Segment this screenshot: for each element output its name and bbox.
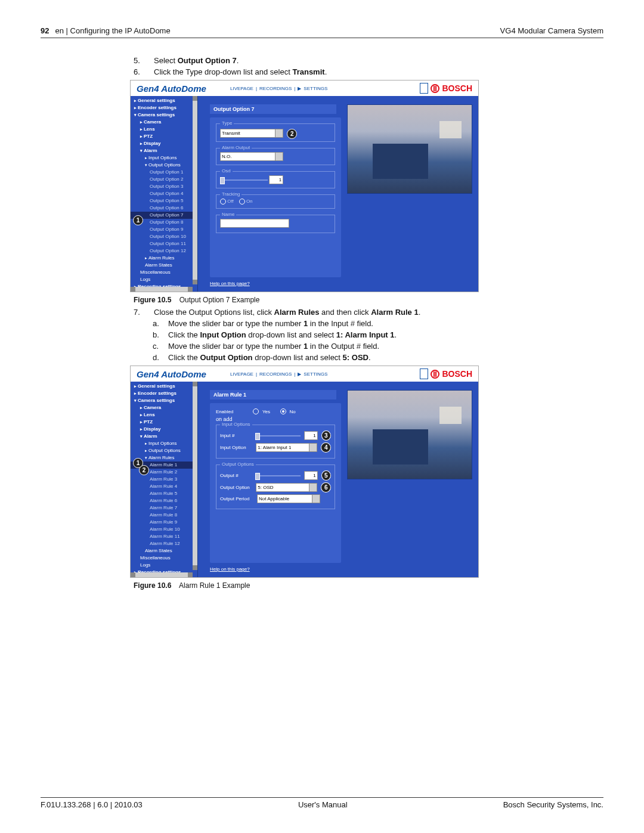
sidebar-alarm-rules[interactable]: Alarm Rules (131, 255, 197, 262)
tab-settings[interactable]: SETTINGS (304, 86, 327, 91)
sidebar2-input-options[interactable]: Input Options (131, 440, 197, 447)
tab-recordings[interactable]: RECORDINGS (259, 86, 292, 91)
sidebar2-output-options[interactable]: Output Options (131, 447, 197, 454)
callout-5: 5 (321, 470, 331, 481)
step-7: 7. Close the Output Options list, click … (154, 308, 603, 317)
sidebar-misc[interactable]: Miscellaneous (131, 269, 197, 276)
input-num-field[interactable]: 1 (304, 431, 318, 440)
sidebar-output-10[interactable]: Output Option 10 (131, 233, 197, 240)
sidebar2-rule-4[interactable]: Alarm Rule 4 (131, 483, 197, 490)
sidebar-output-9[interactable]: Output Option 9 (131, 226, 197, 233)
tracking-legend: Tracking (220, 191, 242, 197)
input-option-select[interactable]: 1: Alarm Input 1 (256, 443, 317, 452)
sidebar2-misc[interactable]: Miscellaneous (131, 555, 197, 562)
sidebar-output-4[interactable]: Output Option 4 (131, 190, 197, 197)
sidebar2-rule-12[interactable]: Alarm Rule 12 (131, 540, 197, 547)
sidebar-output-11[interactable]: Output Option 11 (131, 240, 197, 247)
sidebar-lens[interactable]: Lens (131, 126, 197, 133)
sidebar-display[interactable]: Display (131, 140, 197, 147)
sidebar2-rule-10[interactable]: Alarm Rule 10 (131, 526, 197, 533)
sidebar[interactable]: General settings Encoder settings Camera… (131, 96, 198, 292)
vertical-scrollbar-2[interactable] (193, 382, 197, 570)
sidebar-input-options[interactable]: Input Options (131, 154, 197, 162)
sidebar-output-2[interactable]: Output Option 2 (131, 176, 197, 183)
horizontal-scrollbar[interactable] (131, 287, 193, 292)
gui-screenshot-1: Gen4 AutoDome LIVEPAGE| RECORDINGS| ▶ SE… (130, 80, 479, 292)
help-link[interactable]: Help on this page? (210, 281, 250, 286)
tracking-on-radio[interactable] (239, 199, 245, 205)
footer-center: User's Manual (298, 800, 348, 809)
type-select[interactable]: Transmit (220, 129, 283, 138)
output-period-select[interactable]: Not Applicable (257, 494, 320, 503)
gui-title: Gen4 AutoDome (137, 83, 206, 94)
sidebar-output-1[interactable]: Output Option 1 (131, 169, 197, 176)
step-7a: a. Move the slider bar or type the numbe… (168, 319, 603, 328)
sidebar2-general[interactable]: General settings (131, 383, 197, 390)
panel-title: Output Option 7 (210, 104, 336, 114)
sidebar-encoder[interactable]: Encoder settings (131, 104, 197, 112)
sidebar2-rule-9[interactable]: Alarm Rule 9 (131, 519, 197, 526)
sidebar2-alarm-states[interactable]: Alarm States (131, 547, 197, 555)
osd-input[interactable]: 1 (269, 175, 283, 184)
sidebar-output-options[interactable]: Output Options (131, 162, 197, 169)
tab-livepage[interactable]: LIVEPAGE (230, 86, 253, 91)
sidebar-output-6[interactable]: Output Option 6 (131, 205, 197, 212)
sidebar-output-3[interactable]: Output Option 3 (131, 183, 197, 190)
alarm-output-select[interactable]: N.O. (220, 152, 283, 161)
tracking-on-label: On (246, 199, 253, 204)
sidebar2-rule-3[interactable]: Alarm Rule 3 (131, 476, 197, 483)
sidebar-alarm[interactable]: Alarm (131, 147, 197, 154)
alarm-output-legend: Alarm Output (220, 145, 252, 150)
enabled-no-radio[interactable] (280, 408, 286, 414)
footer-right: Bosch Security Systems, Inc. (503, 800, 603, 809)
tab-settings-2[interactable]: SETTINGS (304, 371, 327, 377)
sidebar2-encoder[interactable]: Encoder settings (131, 390, 197, 397)
sidebar2-rule-7[interactable]: Alarm Rule 7 (131, 504, 197, 512)
enabled-yes-radio[interactable] (253, 408, 259, 414)
sidebar2-rule-6[interactable]: Alarm Rule 6 (131, 497, 197, 504)
sidebar-ptz[interactable]: PTZ (131, 133, 197, 140)
name-input[interactable] (220, 219, 289, 228)
tracking-off-radio[interactable] (220, 199, 226, 205)
sidebar2-display[interactable]: Display (131, 426, 197, 433)
sidebar2-logs[interactable]: Logs (131, 562, 197, 569)
sidebar-output-12[interactable]: Output Option 12 (131, 247, 197, 255)
step-5: 5. Select Output Option 7. (154, 56, 603, 65)
sidebar2-rule-5[interactable]: Alarm Rule 5 (131, 490, 197, 497)
section-path: en | Configuring the IP AutoDome (55, 26, 170, 35)
input-num-slider[interactable] (255, 435, 301, 436)
horizontal-scrollbar-2[interactable] (131, 572, 193, 577)
name-legend: Name (220, 212, 236, 217)
sidebar-camera-settings[interactable]: Camera settings (131, 112, 197, 119)
sidebar-general[interactable]: General settings (131, 97, 197, 104)
sidebar-camera[interactable]: Camera (131, 119, 197, 126)
output-num-slider[interactable] (255, 475, 301, 476)
step-6: 6. Click the Type drop-down list and sel… (154, 67, 603, 76)
tab-recordings-2[interactable]: RECORDINGS (259, 371, 292, 377)
tab-livepage-2[interactable]: LIVEPAGE (230, 371, 253, 377)
vertical-scrollbar[interactable] (193, 96, 197, 284)
sidebar2-ptz[interactable]: PTZ (131, 419, 197, 426)
figure-label: Figure 10.5 (134, 296, 171, 304)
sidebar-2[interactable]: General settings Encoder settings Camera… (131, 382, 198, 577)
sidebar2-lens[interactable]: Lens (131, 411, 197, 419)
enabled-yes-label: Yes (262, 409, 270, 414)
step-7d: d. Click the Output Option drop-down lis… (168, 353, 603, 362)
osd-slider[interactable] (220, 179, 268, 181)
callout-4: 4 (321, 442, 331, 453)
sidebar2-rule-11[interactable]: Alarm Rule 11 (131, 533, 197, 540)
callout-3: 3 (321, 431, 331, 441)
sidebar2-alarm[interactable]: Alarm (131, 433, 197, 440)
output-num-field[interactable]: 1 (304, 471, 318, 480)
sidebar-output-5[interactable]: Output Option 5 (131, 197, 197, 205)
output-option-select[interactable]: 5: OSD (256, 483, 317, 492)
sidebar2-camera-settings[interactable]: Camera settings (131, 397, 197, 404)
bosch-logo-icon-2 (431, 370, 439, 379)
product-name: VG4 Modular Camera System (500, 26, 603, 35)
sidebar-logs[interactable]: Logs (131, 276, 197, 283)
callout-2: 2 (287, 129, 297, 139)
sidebar-alarm-states[interactable]: Alarm States (131, 262, 197, 269)
help-link-2[interactable]: Help on this page? (210, 566, 250, 572)
sidebar2-rule-8[interactable]: Alarm Rule 8 (131, 512, 197, 519)
sidebar2-camera[interactable]: Camera (131, 404, 197, 411)
